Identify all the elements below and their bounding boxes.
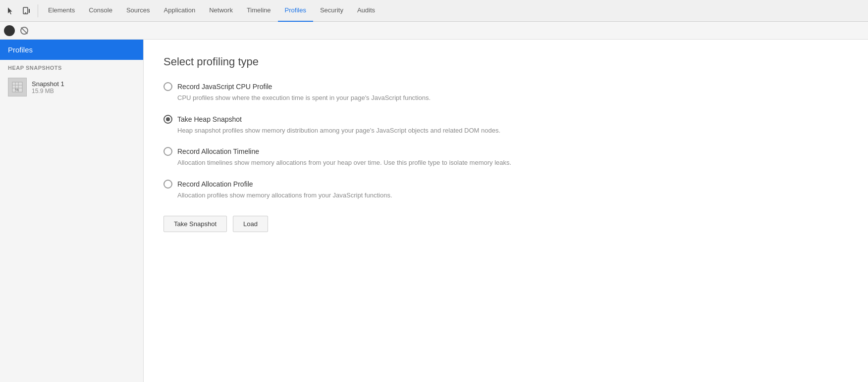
tab-profiles[interactable]: Profiles (278, 0, 313, 22)
main-layout: Profiles HEAP SNAPSHOTS % Snapshot 1 15.… (0, 40, 868, 382)
snapshot-thumbnail-icon: % (11, 81, 23, 93)
alloc-timeline-radio[interactable] (163, 147, 172, 156)
load-button[interactable]: Load (233, 216, 268, 232)
heap-radio[interactable] (163, 115, 172, 124)
cpu-radio[interactable] (163, 82, 172, 91)
alloc-timeline-label: Record Allocation Timeline (177, 147, 259, 155)
heap-snapshot-option: Take Heap Snapshot Heap snapshot profile… (163, 115, 848, 136)
alloc-profile-label: Record Allocation Profile (177, 180, 253, 188)
toolbar-icons (4, 4, 38, 17)
alloc-profile-label-row: Record Allocation Profile (163, 180, 848, 189)
cpu-profile-option: Record JavaScript CPU Profile CPU profil… (163, 82, 848, 103)
tab-network[interactable]: Network (202, 0, 240, 22)
top-toolbar: Elements Console Sources Application Net… (0, 0, 868, 22)
stop-icon (7, 28, 12, 33)
alloc-profile-desc: Allocation profiles show memory allocati… (177, 191, 848, 200)
alloc-timeline-label-row: Record Allocation Timeline (163, 147, 848, 156)
tab-audits[interactable]: Audits (350, 0, 382, 22)
alloc-timeline-desc: Allocation timelines show memory allocat… (177, 158, 848, 168)
tab-sources[interactable]: Sources (119, 0, 157, 22)
tab-elements[interactable]: Elements (41, 0, 82, 22)
action-buttons: Take Snapshot Load (163, 216, 848, 232)
device-icon (22, 7, 30, 15)
take-snapshot-button[interactable]: Take Snapshot (163, 216, 227, 232)
cursor-tool-button[interactable] (4, 4, 17, 17)
cpu-desc: CPU profiles show where the execution ti… (177, 93, 848, 103)
sidebar: Profiles HEAP SNAPSHOTS % Snapshot 1 15.… (0, 40, 144, 382)
snapshot-icon: % (8, 78, 27, 96)
alloc-profile-radio[interactable] (163, 180, 172, 189)
heap-desc: Heap snapshot profiles show memory distr… (177, 126, 848, 136)
tab-timeline[interactable]: Timeline (240, 0, 278, 22)
sidebar-section-title: HEAP SNAPSHOTS (0, 60, 143, 74)
tab-console[interactable]: Console (82, 0, 119, 22)
device-tool-button[interactable] (20, 4, 33, 17)
nav-tabs: Elements Console Sources Application Net… (41, 0, 382, 21)
ban-icon (20, 27, 28, 35)
snapshot-item[interactable]: % Snapshot 1 15.9 MB (0, 74, 143, 100)
heap-label: Take Heap Snapshot (177, 115, 242, 123)
cpu-label-row: Record JavaScript CPU Profile (163, 82, 848, 91)
svg-rect-1 (29, 9, 30, 13)
snapshot-info: Snapshot 1 15.9 MB (32, 80, 64, 95)
tab-security[interactable]: Security (313, 0, 350, 22)
content-area: Select profiling type Record JavaScript … (144, 40, 868, 382)
cursor-icon (6, 7, 14, 15)
record-button[interactable] (4, 25, 15, 36)
alloc-timeline-option: Record Allocation Timeline Allocation ti… (163, 147, 848, 168)
snapshot-name: Snapshot 1 (32, 80, 64, 88)
heap-label-row: Take Heap Snapshot (163, 115, 848, 124)
svg-text:%: % (15, 88, 18, 92)
profile-options: Record JavaScript CPU Profile CPU profil… (163, 82, 848, 200)
sidebar-header: Profiles (0, 40, 143, 60)
section-title: Select profiling type (163, 55, 848, 68)
snapshot-size: 15.9 MB (32, 88, 64, 95)
clear-button[interactable] (19, 25, 30, 36)
cpu-label: Record JavaScript CPU Profile (177, 83, 272, 91)
tab-application[interactable]: Application (157, 0, 203, 22)
alloc-profile-option: Record Allocation Profile Allocation pro… (163, 180, 848, 200)
second-toolbar (0, 22, 868, 40)
